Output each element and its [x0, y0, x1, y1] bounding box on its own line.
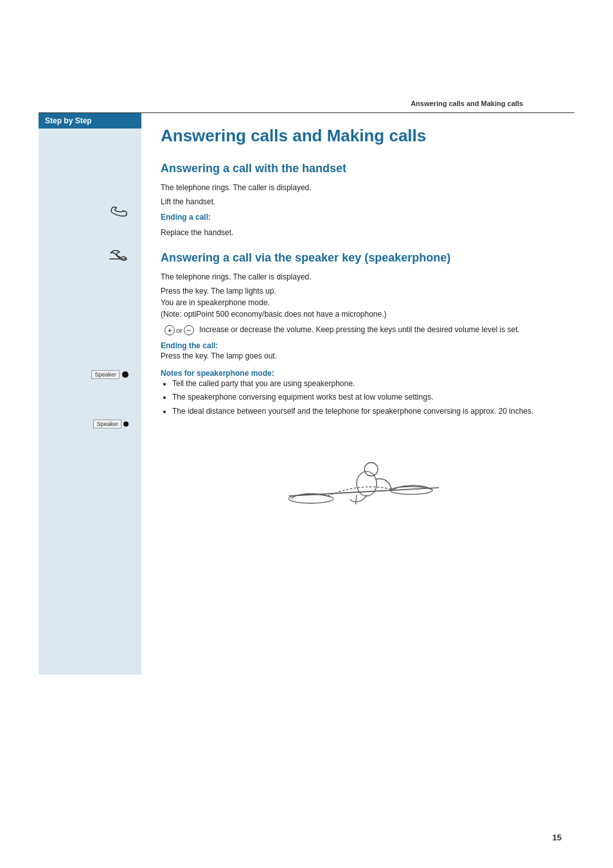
page-number: 15 — [553, 833, 562, 842]
ending-call-2-row: Ending the call: — [161, 341, 562, 350]
notes-label: Notes for speakerphone mode: — [161, 369, 274, 378]
step2-text: Replace the handset. — [161, 227, 562, 238]
notes-list: Tell the called party that you are using… — [172, 378, 562, 418]
speaker-step1-row: Press the key. The lamp lights up. You a… — [161, 285, 562, 320]
plus-icon: + — [164, 325, 175, 335]
speakerphone-svg — [278, 429, 445, 513]
notes-heading-row: Notes for speakerphone mode: — [161, 368, 562, 378]
volume-step-text: Increase or decrease the volume. Keep pr… — [199, 324, 562, 335]
step2-row: Replace the handset. — [161, 227, 562, 238]
volume-step-row: + or − Increase or decrease the volume. … — [161, 324, 562, 335]
speaker-step1-text: Press the key. The lamp lights up. You a… — [161, 285, 562, 320]
svg-point-5 — [364, 463, 378, 476]
sidebar-content: Speaker Speaker — [39, 128, 141, 675]
ending-call-2-label: Ending the call: — [161, 341, 218, 350]
lift-handset-icon — [109, 203, 129, 221]
step1-row: Lift the handset. — [161, 196, 562, 208]
section2-intro: The telephone rings. The caller is displ… — [161, 271, 562, 283]
replace-handset-icon-area — [45, 244, 135, 265]
step-by-step-label: Step by Step — [39, 113, 141, 128]
minus-icon: − — [184, 325, 194, 335]
note-item-2: The ideal distance between yourself and … — [172, 405, 562, 418]
speakerphone-illustration — [161, 429, 562, 513]
sidebar: Step by Step — [39, 113, 141, 675]
section1-intro: The telephone rings. The caller is displ… — [161, 182, 562, 193]
speaker-dot-2 — [123, 421, 129, 427]
page-title: Answering calls and Making calls — [161, 126, 562, 146]
page-header: Answering calls and Making calls — [39, 0, 574, 113]
speaker-dot-1 — [122, 371, 129, 378]
or-text: or — [176, 326, 182, 334]
note-item-0: Tell the called party that you are using… — [172, 378, 562, 390]
main-content: Answering calls and Making calls Answeri… — [141, 113, 574, 675]
replace-handset-icon — [108, 248, 129, 261]
ending-call-label: Ending a call: — [161, 213, 211, 222]
speaker-button-2[interactable]: Speaker — [93, 420, 121, 429]
speaker-step3-text: Press the key. The lamp goes out. — [161, 350, 562, 362]
volume-icons: + or − — [161, 324, 199, 335]
section2-title: Answering a call via the speaker key (sp… — [161, 251, 562, 265]
note-item-1: The speakerphone conversing equipment wo… — [172, 391, 562, 403]
header-title: Answering calls and Making calls — [411, 100, 523, 107]
ending-call-row: Ending a call: — [161, 211, 562, 223]
speaker-button-row-1: Speaker — [45, 368, 135, 382]
main-layout: Step by Step — [39, 113, 574, 675]
lift-handset-icon-area — [45, 199, 135, 225]
section1-title: Answering a call with the handset — [161, 162, 562, 175]
speaker-step3-row: Press the key. The lamp goes out. — [161, 350, 562, 362]
speaker-button-row-2: Speaker — [45, 417, 135, 431]
step1-text: Lift the handset. — [161, 196, 562, 208]
speaker-button-1[interactable]: Speaker — [91, 370, 120, 379]
